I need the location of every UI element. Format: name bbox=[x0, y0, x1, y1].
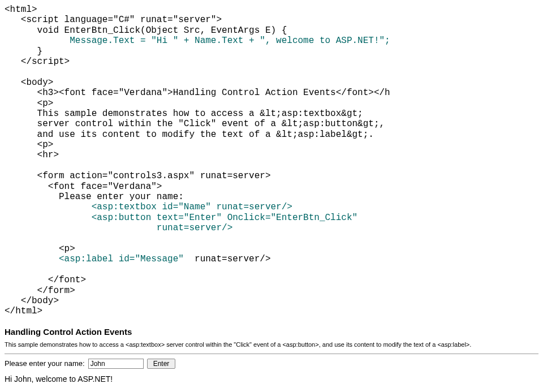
code-line: runat=server/> bbox=[5, 223, 232, 233]
code-line: Please enter your name: bbox=[5, 192, 184, 202]
code-line: </font> bbox=[5, 275, 86, 285]
code-line: <body> bbox=[5, 77, 53, 88]
code-line: <asp:textbox id="Name" runat=server/> bbox=[5, 202, 292, 212]
code-line: } bbox=[5, 46, 42, 57]
code-line: </body> bbox=[5, 296, 59, 306]
divider bbox=[5, 354, 538, 354]
code-line: <p> bbox=[5, 140, 53, 150]
code-block: <html> <script language="C#" runat="serv… bbox=[5, 5, 538, 317]
code-line: <p> bbox=[5, 244, 75, 254]
code-line: Message.Text = "Hi " + Name.Text + ", we… bbox=[5, 36, 390, 46]
code-line: server control within the "Click" event … bbox=[5, 119, 385, 129]
page-title: Handling Control Action Events bbox=[5, 327, 538, 337]
code-line: <form action="controls3.aspx" runat=serv… bbox=[5, 171, 270, 181]
name-input[interactable] bbox=[88, 359, 144, 369]
code-line: </form> bbox=[5, 286, 75, 296]
code-line: <asp:button text="Enter" Onclick="EnterB… bbox=[5, 213, 357, 223]
code-line: <h3><font face="Verdana">Handling Contro… bbox=[5, 88, 390, 98]
name-form-row: Please enter your name: Enter bbox=[5, 359, 538, 369]
code-line: and use its content to modify the text o… bbox=[5, 130, 374, 140]
enter-button[interactable]: Enter bbox=[147, 359, 176, 369]
code-line: This sample demonstrates how to access a… bbox=[5, 109, 363, 119]
code-line: <hr> bbox=[5, 150, 59, 160]
code-line: <html> bbox=[5, 5, 37, 15]
code-line: <p> bbox=[5, 98, 53, 109]
code-line: </html> bbox=[5, 306, 42, 316]
name-label: Please enter your name: bbox=[5, 359, 85, 368]
code-line: </script> bbox=[5, 57, 70, 67]
code-line: <script language="C#" runat="server"> bbox=[5, 15, 222, 25]
sample-description: This sample demonstrates how to access a… bbox=[5, 341, 538, 348]
code-line: <font face="Verdana"> bbox=[5, 182, 162, 192]
code-line: <asp:label id="Message" runat=server/> bbox=[5, 254, 270, 264]
message-label: Hi John, welcome to ASP.NET! bbox=[5, 374, 538, 384]
code-line: void EnterBtn_Click(Object Src, EventArg… bbox=[5, 25, 287, 36]
